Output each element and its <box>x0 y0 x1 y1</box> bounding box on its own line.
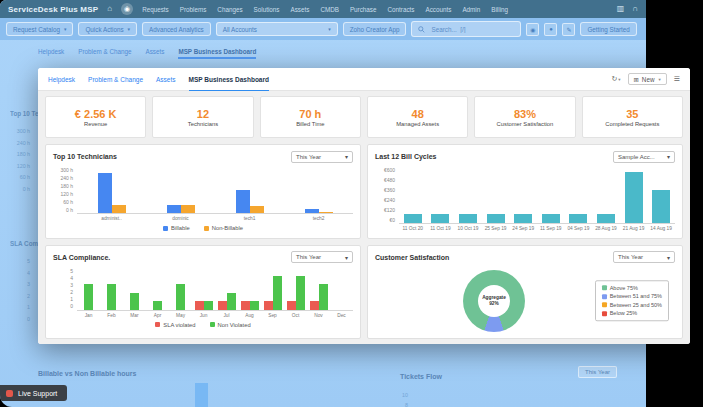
nav-item-solutions[interactable]: Solutions <box>254 6 280 13</box>
app-logo: ServiceDesk Plus MSP <box>8 5 98 14</box>
bar-billed-amount <box>487 214 505 223</box>
tab-helpdesk[interactable]: Helpdesk <box>48 68 75 90</box>
kpi-label: Managed Assets <box>396 121 439 127</box>
nav-item-admin[interactable]: Admin <box>462 6 480 13</box>
nav-item-billing[interactable]: Billing <box>491 6 508 13</box>
kpi-card-customer-satisfaction: 83%Customer Satisfaction <box>474 96 575 138</box>
x-tick: 11 Sep 19 <box>537 226 565 231</box>
request-catalog-button[interactable]: Request Catalog ▾ <box>6 22 73 36</box>
live-support-button[interactable]: Live Support <box>0 385 67 401</box>
zoho-creator-button[interactable]: Zoho Creator App <box>343 22 407 36</box>
x-tick: Jan <box>77 313 100 318</box>
bar-sla-violated <box>218 301 227 309</box>
bar-sla-violated <box>195 301 204 309</box>
app-toolbar: Request Catalog ▾ Quick Actions ▾ Advanc… <box>0 18 646 40</box>
filter-value: This Year <box>296 154 321 160</box>
bar-group-11-sep-19 <box>537 214 565 223</box>
x-tick: 11 Oct 20 <box>399 226 427 231</box>
tab-assets[interactable]: Assets <box>156 68 176 90</box>
bar-non-billable <box>250 206 264 213</box>
menu-icon[interactable]: ☰ <box>674 75 680 83</box>
dashboard-body: € 2.56 KRevenue12Technicians70 hBilled T… <box>38 91 690 344</box>
tab-problem-change[interactable]: Problem & Change <box>88 68 143 90</box>
bar-group-24-sep-19 <box>509 214 537 223</box>
bar-non-violated <box>273 276 282 310</box>
chevron-down-icon: ▾ <box>345 254 348 261</box>
x-tick: Apr <box>146 313 169 318</box>
nav-item-accounts[interactable]: Accounts <box>425 6 451 13</box>
getting-started-label: Getting Started <box>587 26 629 33</box>
x-tick: dominic <box>146 216 215 221</box>
bg-tab-assets[interactable]: Assets <box>145 48 164 59</box>
new-button[interactable]: ⊞ New ▾ <box>628 73 667 85</box>
kpi-value: € 2.56 K <box>75 108 117 120</box>
x-axis: 11 Oct 2011 Oct 1910 Oct 1925 Sep 1924 S… <box>399 226 675 231</box>
legend-item-below-25: Below 25% <box>602 311 662 317</box>
radar-icon[interactable]: ◉ <box>121 3 133 15</box>
y-tick: 4 <box>70 275 73 281</box>
legend-item-non-billable: Non-Billable <box>204 225 243 231</box>
nav-item-assets[interactable]: Assets <box>290 6 309 13</box>
chevron-down-icon: ▾ <box>667 153 670 160</box>
chart-legend: BillableNon-Billable <box>53 225 353 231</box>
filter-value: This Year <box>618 254 643 260</box>
chevron-down-icon: ▾ <box>345 153 348 160</box>
account-filter-select[interactable]: All Accounts ▾ <box>216 22 338 36</box>
nav-item-contracts[interactable]: Contracts <box>388 6 415 13</box>
getting-started-button[interactable]: Getting Started <box>580 22 636 36</box>
nav-item-changes[interactable]: Changes <box>217 6 242 13</box>
panel-title: SLA Compliance. <box>53 254 110 261</box>
nav-item-purchase[interactable]: Purchase <box>350 6 377 13</box>
bar-billed-amount <box>569 214 587 223</box>
kpi-label: Revenue <box>84 121 107 127</box>
x-tick: 24 Sep 19 <box>509 226 537 231</box>
legend-item-sla-violated: SLA violated <box>155 322 195 328</box>
x-tick: 28 Aug 19 <box>592 226 620 231</box>
bg-tab-helpdesk[interactable]: Helpdesk <box>38 48 64 59</box>
edit-icon[interactable]: ✎ <box>562 23 575 36</box>
bar-group-apr <box>146 301 169 309</box>
bar-non-violated <box>130 293 139 310</box>
filter-select-customer-satisfaction[interactable]: This Year▾ <box>613 251 675 263</box>
notification-icon[interactable]: ◉ <box>526 23 539 36</box>
y-tick: 60 h <box>63 199 73 205</box>
legend-label: SLA violated <box>163 322 195 328</box>
panel-title: Customer Satisfaction <box>375 254 449 261</box>
search-input[interactable] <box>429 25 513 34</box>
home-icon[interactable]: ⌂ <box>107 5 112 13</box>
user-icon[interactable]: ● <box>544 23 557 36</box>
nav-item-cmdb[interactable]: CMDB <box>320 6 339 13</box>
background-tab-bar: HelpdeskProblem & ChangeAssetsMSP Busine… <box>0 40 646 59</box>
search-box[interactable] <box>411 21 521 37</box>
reports-icon[interactable]: ▥ <box>617 5 625 13</box>
bar-non-violated <box>107 284 116 309</box>
filter-select-last-12-bill-cycles[interactable]: Sample Acc...▾ <box>613 151 675 163</box>
screen: { "app": { "brand": "ServiceDesk Plus MS… <box>0 0 703 407</box>
advanced-analytics-button[interactable]: Advanced Analytics <box>142 22 211 36</box>
bar-non-billable <box>319 212 333 213</box>
nav-item-problems[interactable]: Problems <box>180 6 207 13</box>
bar-group-tech2 <box>284 209 353 213</box>
filter-select-top-10-technicians[interactable]: This Year▾ <box>291 151 353 163</box>
panel-title: Last 12 Bill Cycles <box>375 153 436 160</box>
bg-tick: 300 h <box>8 128 30 134</box>
bg-tab-msp-business-dashboard[interactable]: MSP Business Dashboard <box>178 48 256 59</box>
y-tick: 180 h <box>60 183 73 189</box>
bg-tick: 2 <box>8 293 30 299</box>
billable-panel-filter[interactable]: This Year <box>578 366 617 378</box>
filter-select-sla-compliance[interactable]: This Year▾ <box>291 251 353 263</box>
x-tick: Jun <box>192 313 215 318</box>
y-tick: 0 h <box>66 207 73 213</box>
panel-top-10-technicians: Top 10 TechniciansThis Year▾300 h240 h18… <box>45 144 361 239</box>
refresh-button[interactable]: ↻▾ <box>611 75 620 83</box>
tab-msp-business-dashboard[interactable]: MSP Business Dashboard <box>189 68 269 92</box>
bar-group-tech1 <box>215 190 284 213</box>
bar-group-mar <box>123 293 146 310</box>
nav-item-requests[interactable]: Requests <box>142 6 169 13</box>
x-tick: Jul <box>215 313 238 318</box>
bar-billed-amount <box>514 214 532 223</box>
quick-actions-button[interactable]: Quick Actions ▾ <box>78 22 137 36</box>
headset-icon[interactable]: ∩ <box>632 5 638 13</box>
live-support-label: Live Support <box>18 390 57 397</box>
bg-tab-problem-change[interactable]: Problem & Change <box>78 48 131 59</box>
